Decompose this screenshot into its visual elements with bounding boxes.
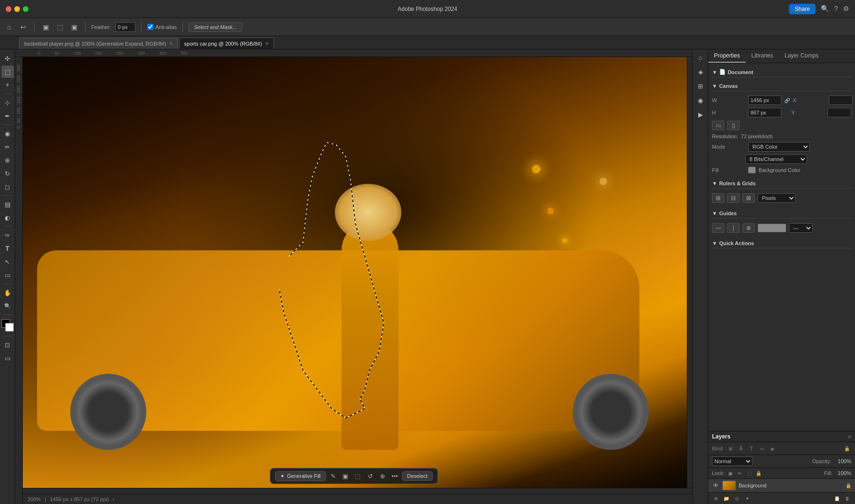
selection-tool[interactable]: ⬚ [1,66,14,78]
layers-menu-icon[interactable]: ≡ [848,434,851,439]
layer-comps-tab[interactable]: Layer Comps [779,49,824,63]
scroll-horizontal[interactable] [23,488,693,494]
landscape-icon[interactable]: ▭ [712,121,724,130]
guide-vert-icon[interactable]: | [727,223,740,233]
width-input[interactable] [748,95,781,105]
filter-adj-icon[interactable]: Â [737,444,745,453]
close-button[interactable] [6,6,11,12]
ruler-icon[interactable]: ⊞ [712,193,724,203]
eraser-tool[interactable]: ◻ [1,181,14,193]
edit-icon[interactable]: ✎ [328,471,338,481]
move-tool[interactable]: ✣ [1,52,14,65]
libraries-tab[interactable]: Libraries [746,49,779,63]
grid-icon[interactable]: ⊟ [727,193,740,203]
history-brush-tool[interactable]: ↻ [1,167,14,180]
spot-heal-tool[interactable]: ◉ [1,127,14,140]
eyedropper-tool[interactable]: ✒ [1,110,14,122]
maximize-button[interactable] [23,6,28,12]
layer-visibility-toggle[interactable]: 👁 [712,482,720,489]
units-select[interactable]: Pixels Inches Centimeters [758,193,796,203]
right-home-icon[interactable]: ⌂ [694,51,707,64]
portrait-icon[interactable]: ▯ [727,121,740,130]
filter-type2-icon[interactable]: T [747,444,756,453]
guide-center-icon[interactable]: ⊕ [742,223,755,233]
minimize-button[interactable] [14,6,20,12]
new-group-icon[interactable]: 📁 [722,494,730,502]
screen-mode-icon[interactable]: ▭ [1,352,14,364]
toolbar-subtract-selection-icon[interactable]: ▣ [69,22,79,32]
tab-basketball-player[interactable]: basketball player.png @ 100% (Generative… [19,38,178,49]
zoom-tool[interactable]: 🔍 [1,300,14,312]
scroll-vertical[interactable] [687,57,693,488]
quick-actions-header[interactable]: ▼ Quick Actions [712,238,851,248]
add-mask-icon[interactable]: ◎ [733,494,741,502]
delete-layer-icon[interactable]: 🗑 [844,494,851,502]
height-input[interactable] [748,108,781,117]
tab-close-basketball[interactable]: ✕ [169,41,173,46]
share-button[interactable]: Share [789,4,816,14]
rulers-grids-header[interactable]: ▼ Rulers & Grids [712,179,851,189]
right-learn-icon[interactable]: ◈ [694,66,707,78]
new-layer-icon[interactable]: 📋 [833,494,841,502]
guide-style-select[interactable]: — ··· [789,223,813,233]
crop-tool[interactable]: ⊹ [1,96,14,109]
properties-tab[interactable]: Properties [708,49,746,63]
lock-all-icon[interactable]: 🔒 [755,469,762,477]
x-input[interactable] [829,95,853,105]
shape-tool[interactable]: ▭ [1,269,14,281]
dodge-tool[interactable]: ◐ [1,211,14,224]
tab-close-sports-car[interactable]: ✕ [265,41,269,46]
toolbar-new-selection-icon[interactable]: ▣ [40,22,51,32]
right-user-icon[interactable]: ◉ [694,94,707,106]
filter-icon[interactable]: ⊕ [377,471,388,481]
tab-sports-car[interactable]: sports car.png @ 200% (RGB/8#) ✕ [179,38,274,49]
document-header[interactable]: ▼ 📄 Document [712,67,851,77]
y-input[interactable] [827,108,851,117]
path-select-tool[interactable]: ↖ [1,256,14,268]
new-style-icon[interactable]: ✦ [743,494,751,502]
lock-pixels-icon[interactable]: ▣ [726,469,734,477]
pen-tool[interactable]: ✑ [1,229,14,241]
toolbar-undo-icon[interactable]: ↩ [18,22,28,32]
fill-color-swatch[interactable] [748,167,756,173]
opacity-value[interactable]: 100% [834,458,851,464]
clone-tool[interactable]: ⊕ [1,154,14,166]
filter-shape-icon[interactable]: ▭ [758,444,766,453]
type-tool[interactable]: T [1,242,14,255]
settings-icon[interactable]: ⚙ [843,5,849,12]
more-options-icon[interactable]: ••• [390,471,400,481]
rotate-icon[interactable]: ↺ [365,471,375,481]
fill-icon[interactable]: ⬚ [352,471,363,481]
background-layer-item[interactable]: 👁 Background 🔒 [708,479,855,492]
right-play-icon[interactable]: ▶ [694,108,707,121]
toolbar-home-icon[interactable]: ⌂ [4,22,14,32]
select-mask-button[interactable]: Select and Mask... [189,22,242,32]
help-icon[interactable]: ? [834,5,838,12]
search-icon[interactable]: 🔍 [821,5,829,12]
background-color[interactable] [5,323,14,332]
generative-fill-button[interactable]: ✦ Generative Fill [275,471,326,481]
lock-artboards-icon[interactable]: ⬚ [745,469,753,477]
right-grid-icon[interactable]: ⊞ [694,80,707,92]
status-arrow[interactable]: › [113,496,114,502]
quick-mask-icon[interactable]: ⊡ [1,339,14,351]
guide-horiz-icon[interactable]: — [712,223,724,233]
canvas-header[interactable]: ▼ Canvas [712,81,851,91]
hand-tool[interactable]: ✋ [1,286,14,299]
lasso-tool[interactable]: ⌖ [1,79,14,91]
guides-header[interactable]: ▼ Guides [712,209,851,219]
filter-type-icon[interactable]: ⊞ [726,444,735,453]
deselect-button[interactable]: Deselect [402,471,433,481]
snap-icon[interactable]: ⊠ [742,193,755,203]
bits-select[interactable]: 8 Bits/Channel 16 Bits/Channel 32 Bits/C… [745,154,807,164]
mode-select[interactable]: RGB Color CMYK Color Grayscale [748,142,810,152]
new-fill-layer-icon[interactable]: ⊕ [712,494,720,502]
canvas-area[interactable]: .marching-ants { fill: none; stroke: whi… [23,57,687,488]
blend-mode-select[interactable]: Normal Multiply Screen [712,456,752,466]
fill-value[interactable]: 100% [834,470,851,476]
feather-input[interactable] [115,22,135,32]
lock-position-icon[interactable]: ✏ [736,469,743,477]
brush-tool[interactable]: ✏ [1,141,14,153]
anti-alias-checkbox[interactable] [147,24,153,30]
transform-icon[interactable]: ▣ [340,471,351,481]
